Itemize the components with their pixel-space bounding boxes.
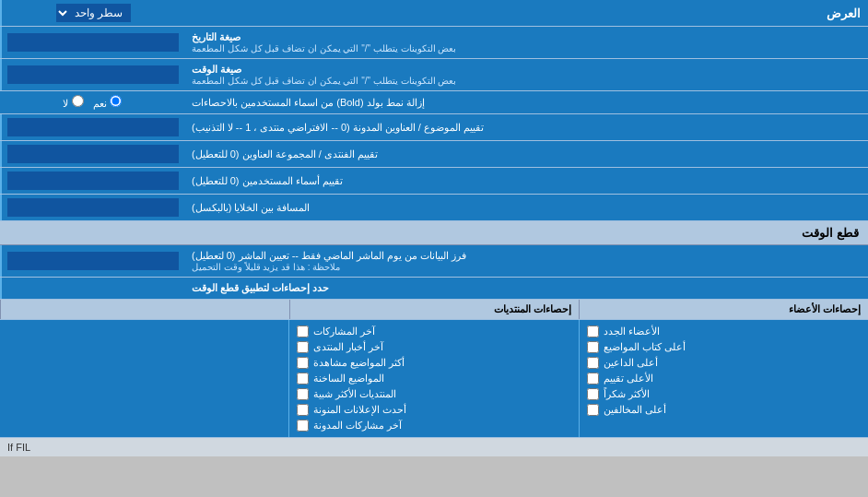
forum-titles-input-cell[interactable]: 33 xyxy=(0,141,184,167)
bottom-bar: If FIL xyxy=(0,438,868,456)
checkbox-latest-ads[interactable]: أحدث الإعلانات المنونة xyxy=(297,402,570,418)
top-authors-checkbox[interactable] xyxy=(587,341,599,353)
time-format-input-cell[interactable]: H:i xyxy=(0,59,184,90)
last-posts-label: آخر المشاركات xyxy=(313,325,375,337)
bold-radio-yes-label: نعم xyxy=(93,95,122,110)
usernames-rating-input[interactable]: 0 xyxy=(7,172,179,190)
bold-radio-no[interactable] xyxy=(72,95,84,107)
hot-topics-label: المواضيع الساخنة xyxy=(313,373,384,385)
most-similar-checkbox[interactable] xyxy=(297,388,309,400)
checkbox-most-similar[interactable]: المنتديات الأكثر شبية xyxy=(297,386,570,402)
bold-radio-cell[interactable]: نعم لا xyxy=(0,91,184,113)
lines-dropdown[interactable]: سطر واحد xyxy=(56,4,131,22)
usernames-rating-label: تقييم أسماء المستخدمين (0 للتعطيل) xyxy=(184,168,868,194)
date-format-label: صيغة التاريخ بعض التكوينات يتطلب "/" الت… xyxy=(184,27,868,58)
checkbox-new-members[interactable]: الأعضاء الجدد xyxy=(587,324,861,339)
checkbox-most-viewed[interactable]: أكثر المواضيع مشاهدة xyxy=(297,355,570,371)
checkbox-last-news[interactable]: آخر أخبار المنتدى xyxy=(297,339,570,355)
cell-spacing-input[interactable]: 2 xyxy=(7,198,179,217)
checkbox-top-rated[interactable]: الأعلى تقييم xyxy=(587,371,861,386)
latest-ads-label: أحدث الإعلانات المنونة xyxy=(313,404,406,416)
members-stats-col: الأعضاء الجدد أعلى كتاب المواضيع أعلى ال… xyxy=(579,320,868,437)
cutoff-input[interactable]: 0 xyxy=(7,252,179,270)
cutoff-input-cell[interactable]: 0 xyxy=(0,245,184,277)
topic-rating-input[interactable]: 33 xyxy=(7,118,179,136)
forum-titles-input[interactable]: 33 xyxy=(7,145,179,163)
last-blog-label: آخر مشاركات المدونة xyxy=(313,420,402,432)
checkbox-hot-topics[interactable]: المواضيع الساخنة xyxy=(297,371,570,386)
topic-rating-input-cell[interactable]: 33 xyxy=(0,114,184,140)
cell-spacing-input-cell[interactable]: 2 xyxy=(0,195,184,220)
top-violations-label: أعلى المخالفين xyxy=(604,404,666,416)
col2-header: إحصاءات المنتديات xyxy=(289,300,579,319)
col3-header: إحصاءات الأعضاء xyxy=(579,300,868,319)
date-format-input-cell[interactable]: d-m xyxy=(0,27,184,58)
top-callers-label: أعلى الداعين xyxy=(604,357,658,369)
bold-radio-no-label: لا xyxy=(63,95,83,110)
cell-spacing-label: المسافة بين الخلايا (بالبكسل) xyxy=(184,195,868,220)
most-similar-label: المنتديات الأكثر شبية xyxy=(313,388,396,400)
top-authors-label: أعلى كتاب المواضيع xyxy=(604,341,686,353)
page-title: العرض xyxy=(184,0,868,26)
empty-col xyxy=(0,320,288,437)
forum-titles-label: تقييم الفنتدى / المجموعة العناوين (0 للت… xyxy=(184,141,868,167)
most-thanks-label: الأكثر شكراً xyxy=(604,388,650,400)
time-format-input[interactable]: H:i xyxy=(7,65,179,84)
last-news-label: آخر أخبار المنتدى xyxy=(313,341,383,353)
usernames-rating-input-cell[interactable]: 0 xyxy=(0,168,184,194)
cutoff-section-header: قطع الوقت xyxy=(0,221,868,245)
bold-radio-yes[interactable] xyxy=(110,95,122,107)
new-members-label: الأعضاء الجدد xyxy=(604,325,660,337)
forums-stats-col: آخر المشاركات آخر أخبار المنتدى أكثر الم… xyxy=(288,320,578,437)
last-posts-checkbox[interactable] xyxy=(297,325,309,337)
new-members-checkbox[interactable] xyxy=(587,325,599,337)
checkbox-last-posts[interactable]: آخر المشاركات xyxy=(297,324,570,339)
col1-header xyxy=(0,300,289,319)
last-blog-checkbox[interactable] xyxy=(297,420,309,432)
checkbox-most-thanks[interactable]: الأكثر شكراً xyxy=(587,386,861,402)
top-callers-checkbox[interactable] xyxy=(587,357,599,369)
cutoff-label: فرز البيانات من يوم الماشر الماضي فقط --… xyxy=(184,245,868,277)
checkbox-top-callers[interactable]: أعلى الداعين xyxy=(587,355,861,371)
bottom-text: If FIL xyxy=(7,442,30,453)
latest-ads-checkbox[interactable] xyxy=(297,404,309,416)
most-thanks-checkbox[interactable] xyxy=(587,388,599,400)
last-news-checkbox[interactable] xyxy=(297,341,309,353)
topic-rating-label: تقييم الموضوع / العناوين المدونة (0 -- ا… xyxy=(184,114,868,140)
checkbox-last-blog[interactable]: آخر مشاركات المدونة xyxy=(297,418,570,433)
most-viewed-label: أكثر المواضيع مشاهدة xyxy=(313,357,405,369)
checkbox-top-authors[interactable]: أعلى كتاب المواضيع xyxy=(587,339,861,355)
checkbox-top-violations[interactable]: أعلى المخالفين xyxy=(587,402,861,418)
top-rated-label: الأعلى تقييم xyxy=(604,373,653,385)
top-violations-checkbox[interactable] xyxy=(587,404,599,416)
top-rated-checkbox[interactable] xyxy=(587,373,599,385)
most-viewed-checkbox[interactable] xyxy=(297,357,309,369)
hot-topics-checkbox[interactable] xyxy=(297,373,309,385)
bold-label: إزالة نمط بولد (Bold) من اسماء المستخدمي… xyxy=(184,91,868,113)
stats-header-label: حدد إحصاءات لتطبيق قطع الوقت xyxy=(184,278,868,299)
date-format-input[interactable]: d-m xyxy=(7,33,179,52)
dropdown-cell[interactable]: سطر واحد xyxy=(0,0,184,26)
time-format-label: صيغة الوقت بعض التكوينات يتطلب "/" التي … xyxy=(184,59,868,90)
